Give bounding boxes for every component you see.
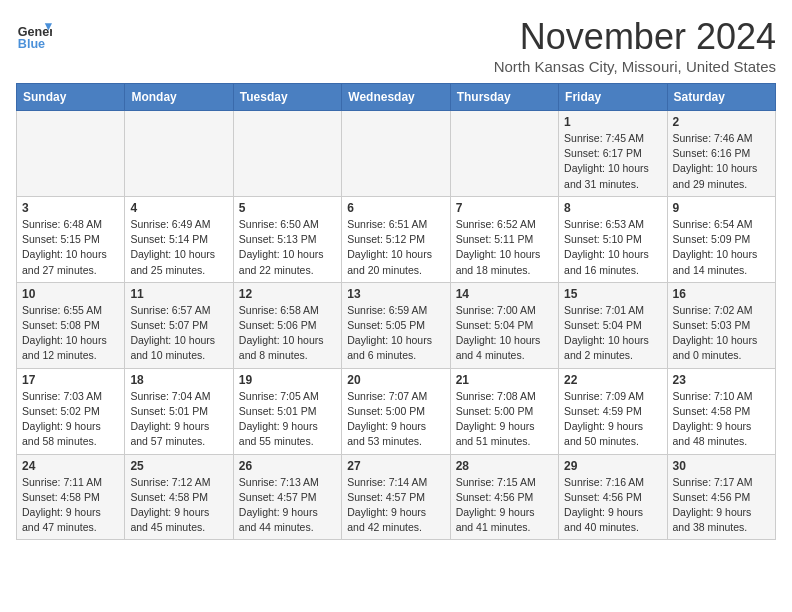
day-number: 27 bbox=[347, 459, 444, 473]
day-cell: 20Sunrise: 7:07 AM Sunset: 5:00 PM Dayli… bbox=[342, 368, 450, 454]
day-info: Sunrise: 6:52 AM Sunset: 5:11 PM Dayligh… bbox=[456, 217, 553, 278]
day-cell: 25Sunrise: 7:12 AM Sunset: 4:58 PM Dayli… bbox=[125, 454, 233, 540]
day-cell: 26Sunrise: 7:13 AM Sunset: 4:57 PM Dayli… bbox=[233, 454, 341, 540]
day-cell: 27Sunrise: 7:14 AM Sunset: 4:57 PM Dayli… bbox=[342, 454, 450, 540]
week-row-3: 17Sunrise: 7:03 AM Sunset: 5:02 PM Dayli… bbox=[17, 368, 776, 454]
logo: General Blue bbox=[16, 16, 52, 52]
day-cell: 6Sunrise: 6:51 AM Sunset: 5:12 PM Daylig… bbox=[342, 196, 450, 282]
calendar-table: SundayMondayTuesdayWednesdayThursdayFrid… bbox=[16, 83, 776, 540]
day-cell: 19Sunrise: 7:05 AM Sunset: 5:01 PM Dayli… bbox=[233, 368, 341, 454]
logo-icon: General Blue bbox=[16, 16, 52, 52]
day-cell: 10Sunrise: 6:55 AM Sunset: 5:08 PM Dayli… bbox=[17, 282, 125, 368]
day-cell: 7Sunrise: 6:52 AM Sunset: 5:11 PM Daylig… bbox=[450, 196, 558, 282]
day-info: Sunrise: 7:04 AM Sunset: 5:01 PM Dayligh… bbox=[130, 389, 227, 450]
day-cell: 1Sunrise: 7:45 AM Sunset: 6:17 PM Daylig… bbox=[559, 111, 667, 197]
day-cell bbox=[450, 111, 558, 197]
day-cell: 11Sunrise: 6:57 AM Sunset: 5:07 PM Dayli… bbox=[125, 282, 233, 368]
day-cell: 22Sunrise: 7:09 AM Sunset: 4:59 PM Dayli… bbox=[559, 368, 667, 454]
day-cell: 13Sunrise: 6:59 AM Sunset: 5:05 PM Dayli… bbox=[342, 282, 450, 368]
day-cell: 30Sunrise: 7:17 AM Sunset: 4:56 PM Dayli… bbox=[667, 454, 775, 540]
day-cell: 17Sunrise: 7:03 AM Sunset: 5:02 PM Dayli… bbox=[17, 368, 125, 454]
day-number: 22 bbox=[564, 373, 661, 387]
day-info: Sunrise: 7:16 AM Sunset: 4:56 PM Dayligh… bbox=[564, 475, 661, 536]
day-cell: 16Sunrise: 7:02 AM Sunset: 5:03 PM Dayli… bbox=[667, 282, 775, 368]
day-cell: 23Sunrise: 7:10 AM Sunset: 4:58 PM Dayli… bbox=[667, 368, 775, 454]
calendar-body: 1Sunrise: 7:45 AM Sunset: 6:17 PM Daylig… bbox=[17, 111, 776, 540]
header-cell-wednesday: Wednesday bbox=[342, 84, 450, 111]
day-number: 16 bbox=[673, 287, 770, 301]
day-number: 24 bbox=[22, 459, 119, 473]
day-info: Sunrise: 7:02 AM Sunset: 5:03 PM Dayligh… bbox=[673, 303, 770, 364]
week-row-0: 1Sunrise: 7:45 AM Sunset: 6:17 PM Daylig… bbox=[17, 111, 776, 197]
day-number: 7 bbox=[456, 201, 553, 215]
header-cell-friday: Friday bbox=[559, 84, 667, 111]
day-number: 17 bbox=[22, 373, 119, 387]
day-info: Sunrise: 7:00 AM Sunset: 5:04 PM Dayligh… bbox=[456, 303, 553, 364]
header-cell-thursday: Thursday bbox=[450, 84, 558, 111]
day-number: 19 bbox=[239, 373, 336, 387]
day-number: 21 bbox=[456, 373, 553, 387]
day-number: 5 bbox=[239, 201, 336, 215]
day-number: 12 bbox=[239, 287, 336, 301]
day-number: 15 bbox=[564, 287, 661, 301]
day-cell bbox=[233, 111, 341, 197]
day-info: Sunrise: 6:51 AM Sunset: 5:12 PM Dayligh… bbox=[347, 217, 444, 278]
day-info: Sunrise: 7:07 AM Sunset: 5:00 PM Dayligh… bbox=[347, 389, 444, 450]
page-header: General Blue November 2024 North Kansas … bbox=[16, 16, 776, 75]
day-info: Sunrise: 6:54 AM Sunset: 5:09 PM Dayligh… bbox=[673, 217, 770, 278]
header-cell-saturday: Saturday bbox=[667, 84, 775, 111]
day-cell: 18Sunrise: 7:04 AM Sunset: 5:01 PM Dayli… bbox=[125, 368, 233, 454]
day-info: Sunrise: 6:48 AM Sunset: 5:15 PM Dayligh… bbox=[22, 217, 119, 278]
day-info: Sunrise: 7:08 AM Sunset: 5:00 PM Dayligh… bbox=[456, 389, 553, 450]
header-row: SundayMondayTuesdayWednesdayThursdayFrid… bbox=[17, 84, 776, 111]
day-number: 3 bbox=[22, 201, 119, 215]
header-cell-monday: Monday bbox=[125, 84, 233, 111]
day-info: Sunrise: 7:17 AM Sunset: 4:56 PM Dayligh… bbox=[673, 475, 770, 536]
day-cell: 28Sunrise: 7:15 AM Sunset: 4:56 PM Dayli… bbox=[450, 454, 558, 540]
day-cell bbox=[17, 111, 125, 197]
day-cell bbox=[125, 111, 233, 197]
header-cell-sunday: Sunday bbox=[17, 84, 125, 111]
day-number: 9 bbox=[673, 201, 770, 215]
day-cell: 5Sunrise: 6:50 AM Sunset: 5:13 PM Daylig… bbox=[233, 196, 341, 282]
day-number: 1 bbox=[564, 115, 661, 129]
day-info: Sunrise: 6:49 AM Sunset: 5:14 PM Dayligh… bbox=[130, 217, 227, 278]
day-info: Sunrise: 7:14 AM Sunset: 4:57 PM Dayligh… bbox=[347, 475, 444, 536]
day-info: Sunrise: 7:13 AM Sunset: 4:57 PM Dayligh… bbox=[239, 475, 336, 536]
day-cell: 29Sunrise: 7:16 AM Sunset: 4:56 PM Dayli… bbox=[559, 454, 667, 540]
day-cell: 21Sunrise: 7:08 AM Sunset: 5:00 PM Dayli… bbox=[450, 368, 558, 454]
location: North Kansas City, Missouri, United Stat… bbox=[494, 58, 776, 75]
day-number: 14 bbox=[456, 287, 553, 301]
day-info: Sunrise: 7:09 AM Sunset: 4:59 PM Dayligh… bbox=[564, 389, 661, 450]
day-info: Sunrise: 6:57 AM Sunset: 5:07 PM Dayligh… bbox=[130, 303, 227, 364]
day-number: 25 bbox=[130, 459, 227, 473]
calendar-header: SundayMondayTuesdayWednesdayThursdayFrid… bbox=[17, 84, 776, 111]
day-info: Sunrise: 6:55 AM Sunset: 5:08 PM Dayligh… bbox=[22, 303, 119, 364]
day-number: 8 bbox=[564, 201, 661, 215]
day-number: 11 bbox=[130, 287, 227, 301]
day-info: Sunrise: 7:01 AM Sunset: 5:04 PM Dayligh… bbox=[564, 303, 661, 364]
week-row-2: 10Sunrise: 6:55 AM Sunset: 5:08 PM Dayli… bbox=[17, 282, 776, 368]
day-cell: 14Sunrise: 7:00 AM Sunset: 5:04 PM Dayli… bbox=[450, 282, 558, 368]
day-number: 4 bbox=[130, 201, 227, 215]
day-info: Sunrise: 7:12 AM Sunset: 4:58 PM Dayligh… bbox=[130, 475, 227, 536]
day-number: 30 bbox=[673, 459, 770, 473]
day-info: Sunrise: 7:45 AM Sunset: 6:17 PM Dayligh… bbox=[564, 131, 661, 192]
day-info: Sunrise: 6:53 AM Sunset: 5:10 PM Dayligh… bbox=[564, 217, 661, 278]
day-number: 18 bbox=[130, 373, 227, 387]
week-row-1: 3Sunrise: 6:48 AM Sunset: 5:15 PM Daylig… bbox=[17, 196, 776, 282]
day-info: Sunrise: 6:50 AM Sunset: 5:13 PM Dayligh… bbox=[239, 217, 336, 278]
day-cell: 24Sunrise: 7:11 AM Sunset: 4:58 PM Dayli… bbox=[17, 454, 125, 540]
svg-text:Blue: Blue bbox=[18, 37, 45, 51]
day-number: 29 bbox=[564, 459, 661, 473]
day-number: 13 bbox=[347, 287, 444, 301]
month-title: November 2024 bbox=[494, 16, 776, 58]
day-info: Sunrise: 7:15 AM Sunset: 4:56 PM Dayligh… bbox=[456, 475, 553, 536]
day-cell bbox=[342, 111, 450, 197]
title-block: November 2024 North Kansas City, Missour… bbox=[494, 16, 776, 75]
day-number: 20 bbox=[347, 373, 444, 387]
day-info: Sunrise: 7:05 AM Sunset: 5:01 PM Dayligh… bbox=[239, 389, 336, 450]
day-number: 23 bbox=[673, 373, 770, 387]
day-number: 6 bbox=[347, 201, 444, 215]
day-cell: 2Sunrise: 7:46 AM Sunset: 6:16 PM Daylig… bbox=[667, 111, 775, 197]
